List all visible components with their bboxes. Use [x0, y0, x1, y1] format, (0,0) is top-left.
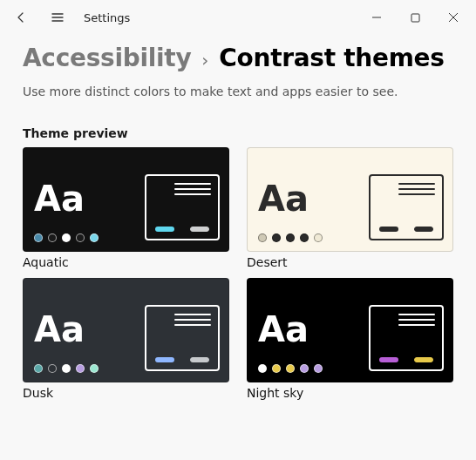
- hamburger-icon: [51, 10, 65, 24]
- theme-card-desert[interactable]: Aa: [247, 147, 453, 252]
- theme-cell-aquatic: Aa Aquatic: [23, 147, 229, 269]
- panel-preview: [369, 305, 444, 371]
- page-subtitle: Use more distinct colors to make text an…: [23, 85, 453, 98]
- swatch: [258, 233, 267, 242]
- page-title: Contrast themes: [219, 44, 444, 72]
- panel-preview: [145, 174, 220, 240]
- close-button[interactable]: [434, 0, 473, 35]
- panel-preview: [369, 174, 444, 240]
- theme-cell-dusk: Aa Dusk: [23, 278, 229, 400]
- svg-rect-0: [411, 14, 419, 22]
- maximize-button[interactable]: [396, 0, 434, 35]
- swatch: [314, 233, 323, 242]
- theme-card-dusk[interactable]: Aa: [23, 278, 229, 382]
- swatch: [34, 364, 43, 373]
- swatch: [286, 233, 295, 242]
- panel-preview: [145, 305, 220, 371]
- breadcrumb: Accessibility › Contrast themes: [23, 44, 453, 72]
- swatch: [258, 364, 267, 373]
- arrow-left-icon: [14, 10, 28, 24]
- swatch: [62, 233, 71, 242]
- swatch: [62, 364, 71, 373]
- swatches: [258, 364, 323, 373]
- section-label: Theme preview: [23, 126, 453, 140]
- minimize-button[interactable]: [357, 0, 396, 35]
- theme-name: Dusk: [23, 386, 229, 400]
- app-title: Settings: [84, 11, 130, 24]
- swatch: [314, 364, 323, 373]
- swatch: [286, 364, 295, 373]
- swatches: [34, 364, 99, 373]
- swatch: [272, 364, 281, 373]
- swatches: [258, 233, 323, 242]
- swatch: [48, 233, 57, 242]
- swatch: [76, 364, 85, 373]
- swatch: [34, 233, 43, 242]
- back-button[interactable]: [3, 0, 38, 35]
- theme-card-aquatic[interactable]: Aa: [23, 147, 229, 252]
- minimize-icon: [371, 12, 382, 23]
- titlebar: Settings: [0, 0, 476, 35]
- theme-name: Aquatic: [23, 255, 229, 269]
- swatch: [90, 233, 99, 242]
- theme-cell-nightsky: Aa Night sky: [247, 278, 453, 400]
- theme-cell-desert: Aa Desert: [247, 147, 453, 269]
- swatches: [34, 233, 99, 242]
- theme-grid: Aa Aquatic Aa Desert: [23, 147, 453, 400]
- swatch: [300, 364, 309, 373]
- sample-text-icon: Aa: [258, 181, 309, 216]
- swatch: [48, 364, 57, 373]
- swatch: [90, 364, 99, 373]
- swatch: [272, 233, 281, 242]
- theme-card-nightsky[interactable]: Aa: [247, 278, 453, 382]
- swatch: [300, 233, 309, 242]
- menu-button[interactable]: [40, 0, 75, 35]
- sample-text-icon: Aa: [258, 312, 309, 347]
- maximize-icon: [411, 13, 420, 23]
- sample-text-icon: Aa: [34, 181, 85, 216]
- theme-name: Desert: [247, 255, 453, 269]
- theme-name: Night sky: [247, 386, 453, 400]
- sample-text-icon: Aa: [34, 312, 85, 347]
- chevron-right-icon: ›: [201, 50, 208, 71]
- breadcrumb-parent[interactable]: Accessibility: [23, 44, 191, 72]
- close-icon: [448, 12, 459, 23]
- swatch: [76, 233, 85, 242]
